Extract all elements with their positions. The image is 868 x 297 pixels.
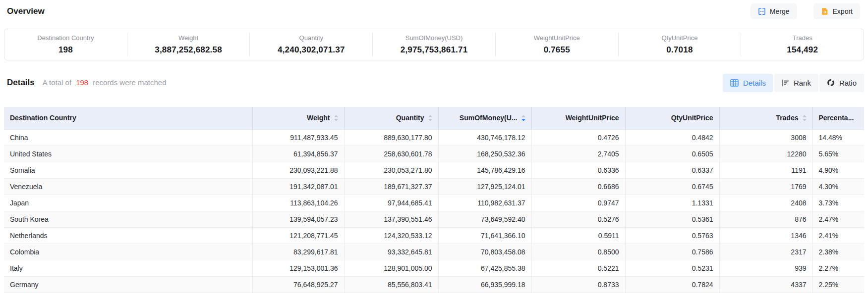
table-row: Venezuela191,342,087.01189,671,327.37127… (4, 178, 864, 195)
cell-sum-of-money: 430,746,178.12 (438, 129, 531, 146)
cell-quantity: 97,944,685.41 (344, 195, 438, 211)
cell-qty-unit-price: 0.7586 (625, 244, 719, 260)
cell-sum-of-money: 110,982,631.37 (438, 195, 531, 211)
cell-weight: 230,093,221.88 (252, 162, 344, 178)
table-row: Netherlands121,208,771.45124,320,533.127… (4, 227, 864, 244)
sort-control-icon[interactable] (428, 115, 432, 121)
merge-button-label: Merge (770, 7, 790, 15)
cell-weight-unit-price: 0.6336 (531, 162, 625, 178)
cell-qty-unit-price: 0.6337 (625, 162, 719, 178)
summary-value: 4,240,302,071.37 (250, 45, 372, 55)
column-header-weight[interactable]: Weight (252, 107, 344, 129)
cell-weight-unit-price: 0.4726 (531, 129, 625, 146)
column-header-qty-unit-price: QtyUnitPrice (625, 107, 719, 129)
cell-weight-unit-price: 0.5911 (531, 227, 625, 244)
cell-quantity: 137,390,551.46 (344, 211, 438, 227)
cell-weight: 83,299,617.81 (252, 244, 344, 260)
table-row: Somalia230,093,221.88230,053,271.80145,7… (4, 162, 864, 178)
cell-percentage: 5.65% (812, 146, 864, 162)
cell-country: Italy (4, 260, 252, 276)
column-header-quantity[interactable]: Quantity (344, 107, 438, 129)
sort-control-icon[interactable] (803, 115, 807, 121)
cell-country: Colombia (4, 244, 252, 260)
summary-item-1: Weight 3,887,252,682.58 (127, 33, 250, 56)
cell-percentage: 4.30% (812, 178, 864, 195)
ratio-donut-icon (827, 79, 835, 87)
column-header-sum-of-money[interactable]: SumOfMoney(U... (438, 107, 531, 129)
view-button-details[interactable]: Details (723, 74, 773, 92)
column-header-label: QtyUnitPrice (671, 114, 713, 122)
cell-qty-unit-price: 0.5763 (625, 227, 719, 244)
cell-weight-unit-price: 0.5221 (531, 260, 625, 276)
cell-country: United States (4, 146, 252, 162)
cell-weight: 139,594,057.23 (252, 211, 344, 227)
details-title: Details (7, 78, 35, 88)
page-title: Overview (7, 6, 45, 16)
cell-quantity: 189,671,327.37 (344, 178, 438, 195)
table-row: South Korea139,594,057.23137,390,551.467… (4, 211, 864, 227)
rank-bars-icon (782, 79, 789, 87)
record-count: 198 (76, 78, 88, 87)
cell-sum-of-money: 73,649,592.40 (438, 211, 531, 227)
cell-weight: 76,648,925.27 (252, 276, 344, 293)
table-row: China911,487,933.45889,630,177.80430,746… (4, 129, 864, 146)
summary-item-2: Quantity 4,240,302,071.37 (249, 33, 372, 56)
cell-trades: 1191 (719, 162, 812, 178)
cell-country: Germany (4, 276, 252, 293)
summary-label: Destination Country (4, 34, 127, 42)
details-heading: Details A total of198records were matche… (7, 78, 167, 88)
summary-item-5: QtyUnitPrice 0.7018 (618, 33, 741, 56)
sort-desc-icon (334, 119, 338, 121)
sort-control-icon[interactable] (334, 115, 338, 121)
cell-quantity: 258,630,601.78 (344, 146, 438, 162)
column-header-label: Destination Country (10, 114, 76, 122)
cell-trades: 939 (719, 260, 812, 276)
column-header-label: SumOfMoney(U... (460, 114, 518, 122)
summary-value: 198 (4, 45, 127, 55)
summary-value: 3,887,252,682.58 (127, 45, 250, 55)
table-row: Colombia83,299,617.8193,332,645.8170,803… (4, 244, 864, 260)
column-header-label: Percenta... (819, 114, 854, 122)
cell-weight-unit-price: 0.8500 (531, 244, 625, 260)
summary-item-6: Trades 154,492 (741, 33, 864, 56)
sort-asc-icon (428, 115, 432, 117)
column-header-percentage: Percenta... (812, 107, 864, 129)
page: Overview Merge (0, 0, 868, 293)
table-grid-icon (730, 79, 739, 87)
cell-weight: 191,342,087.01 (252, 178, 344, 195)
cell-weight: 121,208,771.45 (252, 227, 344, 244)
cell-sum-of-money: 127,925,124.01 (438, 178, 531, 195)
cell-qty-unit-price: 1.1331 (625, 195, 719, 211)
export-button[interactable]: Export (813, 3, 860, 19)
sort-control-icon[interactable] (521, 115, 525, 121)
view-button-ratio[interactable]: Ratio (819, 74, 864, 92)
cell-trades: 876 (719, 211, 812, 227)
cell-trades: 3008 (719, 129, 812, 146)
summary-item-3: SumOfMoney(USD) 2,975,753,861.71 (372, 33, 495, 56)
table-row: Germany76,648,925.2785,556,803.4166,935,… (4, 276, 864, 293)
cell-trades: 2317 (719, 244, 812, 260)
merge-button[interactable]: Merge (751, 3, 797, 19)
cell-weight-unit-price: 0.5276 (531, 211, 625, 227)
cell-quantity: 124,320,533.12 (344, 227, 438, 244)
sort-desc-icon (803, 119, 807, 121)
sort-asc-icon (803, 115, 807, 117)
subtitle-prefix: A total of (43, 78, 71, 87)
cell-percentage: 2.25% (812, 276, 864, 293)
subtitle-suffix: records were matched (93, 78, 166, 87)
cell-weight-unit-price: 2.7405 (531, 146, 625, 162)
cell-quantity: 93,332,645.81 (344, 244, 438, 260)
table-row: Japan113,863,104.2697,944,685.41110,982,… (4, 195, 864, 211)
cell-percentage: 2.47% (812, 211, 864, 227)
cell-qty-unit-price: 0.4842 (625, 129, 719, 146)
table-row: United States61,394,856.37258,630,601.78… (4, 146, 864, 162)
table-header-row: Destination Country Weight Quantity SumO… (4, 107, 864, 129)
summary-label: Trades (741, 34, 864, 42)
export-button-label: Export (833, 7, 853, 15)
cell-sum-of-money: 145,786,429.16 (438, 162, 531, 178)
view-button-rank[interactable]: Rank (774, 74, 818, 92)
cell-trades: 1769 (719, 178, 812, 195)
topbar-buttons: Merge Export (751, 3, 860, 19)
summary-label: QtyUnitPrice (619, 34, 741, 42)
column-header-trades[interactable]: Trades (719, 107, 812, 129)
